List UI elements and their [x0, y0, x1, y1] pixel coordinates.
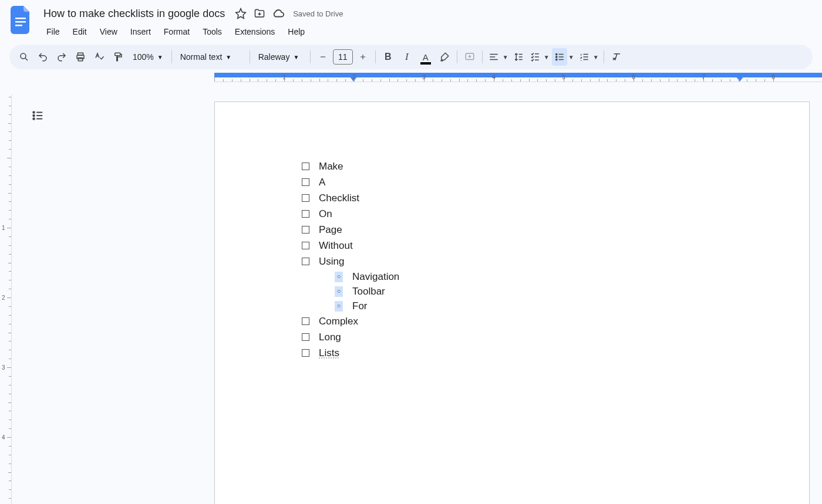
- horizontal-ruler[interactable]: 12345678: [0, 73, 822, 84]
- checkbox-icon[interactable]: [302, 258, 309, 265]
- checklist-item-text[interactable]: Page: [319, 222, 342, 238]
- menu-view[interactable]: View: [95, 23, 123, 40]
- numbered-list-dropdown[interactable]: ▼: [577, 48, 600, 66]
- star-icon[interactable]: [234, 7, 247, 20]
- checklist-item[interactable]: Make: [302, 158, 739, 174]
- circle-bullet-icon: ○: [335, 286, 343, 297]
- checklist-item[interactable]: A: [302, 174, 739, 190]
- sublist-item-text[interactable]: Toolbar: [352, 284, 385, 299]
- svg-point-12: [33, 111, 35, 113]
- font-dropdown[interactable]: Raleway▼: [254, 48, 306, 66]
- checkbox-icon[interactable]: [302, 349, 309, 357]
- text-color-swatch: [420, 62, 431, 65]
- separator: [171, 50, 172, 63]
- checklist-item-text[interactable]: On: [319, 206, 332, 222]
- checkbox-icon[interactable]: [302, 163, 309, 170]
- checkbox-icon[interactable]: [302, 226, 309, 234]
- svg-point-13: [33, 115, 35, 117]
- svg-rect-7: [115, 53, 120, 56]
- zoom-value: 100%: [133, 52, 154, 62]
- checklist-item-text[interactable]: Checklist: [319, 190, 359, 206]
- right-indent-marker[interactable]: [736, 77, 743, 82]
- increase-font-button[interactable]: [354, 48, 372, 66]
- svg-point-9: [555, 53, 557, 55]
- checklist-item[interactable]: Long: [302, 329, 739, 345]
- separator: [375, 50, 376, 63]
- menu-format[interactable]: Format: [159, 23, 195, 40]
- title-area: How to make checklists in google docs Sa…: [40, 5, 813, 40]
- sublist-item-text[interactable]: Navigation: [352, 269, 399, 284]
- checkbox-icon[interactable]: [302, 194, 309, 202]
- separator: [457, 50, 457, 63]
- docs-logo[interactable]: [9, 5, 33, 35]
- checklist-item[interactable]: Complex: [302, 313, 739, 329]
- checklist-item-text[interactable]: A: [319, 174, 325, 190]
- svg-rect-2: [15, 25, 22, 26]
- checklist-item-text[interactable]: Make: [319, 158, 343, 174]
- saved-status: Saved to Drive: [293, 9, 343, 18]
- separator: [250, 50, 250, 63]
- checklist-item[interactable]: On: [302, 206, 739, 222]
- font-size-input[interactable]: [333, 49, 353, 65]
- bold-button[interactable]: B: [379, 48, 397, 66]
- bulleted-list-dropdown[interactable]: ▼: [552, 48, 575, 66]
- show-outline-button[interactable]: [27, 105, 48, 126]
- redo-button[interactable]: [53, 48, 70, 66]
- checklist-item-text[interactable]: Long: [319, 329, 341, 345]
- highlight-button[interactable]: [436, 48, 453, 66]
- checkbox-icon[interactable]: [302, 210, 309, 218]
- menu-edit[interactable]: Edit: [68, 23, 92, 40]
- italic-button[interactable]: I: [398, 48, 416, 66]
- document-page[interactable]: MakeAChecklistOnPageWithoutUsing○Navigat…: [214, 102, 810, 504]
- sublist-item[interactable]: ○Navigation: [335, 269, 739, 284]
- align-dropdown[interactable]: ▼: [486, 48, 510, 66]
- print-button[interactable]: [72, 48, 89, 66]
- checklist-item-text[interactable]: Using: [319, 253, 344, 269]
- sublist-item[interactable]: ○For: [335, 299, 739, 313]
- checklist-item[interactable]: Page: [302, 222, 739, 238]
- sublist-item-text[interactable]: For: [352, 299, 368, 313]
- document-title[interactable]: How to make checklists in google docs: [40, 6, 228, 21]
- clear-formatting-button[interactable]: [608, 48, 625, 66]
- spellcheck-button[interactable]: [90, 48, 108, 66]
- first-line-indent-marker[interactable]: [332, 73, 338, 76]
- insert-comment-button[interactable]: [461, 48, 479, 66]
- svg-point-3: [21, 53, 26, 59]
- menu-extensions[interactable]: Extensions: [230, 23, 280, 40]
- style-value: Normal text: [180, 52, 223, 62]
- line-spacing-dropdown[interactable]: [511, 48, 526, 66]
- chevron-down-icon: ▼: [157, 54, 163, 60]
- left-indent-marker[interactable]: [214, 73, 822, 77]
- checkbox-icon[interactable]: [302, 242, 309, 249]
- decrease-font-button[interactable]: [314, 48, 332, 66]
- text-color-button[interactable]: A: [417, 48, 434, 66]
- menu-file[interactable]: File: [41, 23, 65, 40]
- chevron-down-icon: ▼: [544, 54, 550, 60]
- checkbox-icon[interactable]: [302, 178, 309, 186]
- checklist-item-text[interactable]: Without: [319, 238, 353, 253]
- checklist-item-text[interactable]: Lists: [319, 345, 339, 361]
- zoom-dropdown[interactable]: 100%▼: [128, 48, 168, 66]
- checklist-item[interactable]: Lists: [302, 345, 739, 361]
- circle-bullet-icon: ○: [335, 301, 343, 312]
- paint-format-button[interactable]: [109, 48, 127, 66]
- chevron-down-icon: ▼: [503, 54, 508, 60]
- paragraph-style-dropdown[interactable]: Normal text▼: [176, 48, 246, 66]
- checklist-item[interactable]: Without: [302, 238, 739, 253]
- checklist-item[interactable]: Using: [302, 253, 739, 269]
- menu-insert[interactable]: Insert: [125, 23, 156, 40]
- vertical-ruler[interactable]: 123456: [0, 94, 12, 504]
- checklist-dropdown[interactable]: ▼: [527, 48, 551, 66]
- search-menus-button[interactable]: [15, 48, 33, 66]
- checkbox-icon[interactable]: [302, 333, 309, 341]
- move-icon[interactable]: [253, 7, 266, 20]
- checkbox-icon[interactable]: [302, 317, 309, 325]
- checklist-item[interactable]: Checklist: [302, 190, 739, 206]
- menu-help[interactable]: Help: [282, 23, 310, 40]
- circle-bullet-icon: ○: [335, 272, 343, 282]
- menu-tools[interactable]: Tools: [197, 23, 227, 40]
- cloud-saved-icon[interactable]: [272, 7, 285, 20]
- undo-button[interactable]: [34, 48, 52, 66]
- checklist-item-text[interactable]: Complex: [319, 313, 358, 329]
- sublist-item[interactable]: ○Toolbar: [335, 284, 739, 299]
